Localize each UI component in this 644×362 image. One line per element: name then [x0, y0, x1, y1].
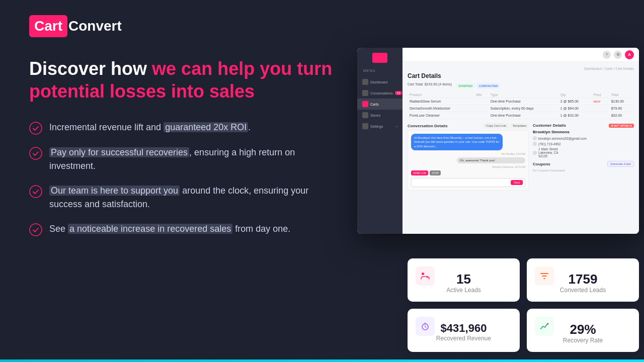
sidebar-item-stores[interactable]: Stores	[357, 110, 403, 121]
recovery-rate-number: 29%	[570, 323, 596, 336]
feature-text-1: Incremental revenue lift and guaranteed …	[49, 121, 251, 134]
table-row: RadiantGlow Serum One-time Purchase 2 @ …	[408, 98, 634, 105]
col-min: Min	[474, 92, 489, 98]
chat-timestamp-2: Brooklyn Simmons, 10:01 AM	[411, 165, 525, 168]
not-opted-badge: IS NOT OPTED IN	[609, 124, 634, 128]
coupons-title: Coupons Generate Code	[533, 161, 634, 167]
status-contacted-badge: CONTACTED	[476, 83, 500, 88]
customer-details-title: Customer Details IS NOT OPTED IN	[533, 123, 634, 128]
chat-timestamp-1: Kim Bradley, 9:54 AM	[411, 152, 525, 155]
feature-text-4: See a noticeable increase in recovered s…	[49, 222, 290, 236]
stat-card-recovery-rate: 29% Recovery Rate	[527, 309, 639, 352]
recovery-rate-label: Recovery Rate	[563, 337, 603, 344]
settings-icon	[362, 123, 368, 129]
customer-email: brooklyn.simmons53@gmail.com	[533, 136, 634, 140]
user-avatar[interactable]: A	[625, 50, 634, 59]
filter-icon	[539, 271, 549, 281]
check-icon-2	[29, 147, 42, 160]
topbar-btn-1[interactable]: ?	[603, 51, 611, 59]
headline-line1-white: Discover how	[29, 58, 152, 79]
svg-point-7	[424, 322, 426, 324]
check-icon-4	[29, 223, 42, 236]
feature-text-3: Our team is here to support you around t…	[49, 184, 341, 211]
db-main-content: ? ⚙ A Dashboard / Carts / Cart Details C…	[403, 48, 639, 234]
svg-rect-5	[426, 276, 428, 278]
svg-point-0	[30, 122, 42, 134]
stats-grid: 15 Active Leads 1759 Converted Leads	[408, 258, 639, 352]
settings-chevron: ›	[396, 125, 397, 128]
stat-card-revenue: $431,960 Recovered Revenue	[408, 309, 520, 352]
recovery-rate-icon-wrap	[535, 317, 554, 336]
svg-rect-4	[422, 273, 424, 275]
page-title: Cart Details	[408, 72, 634, 79]
chat-reply-bubble: Oh, awesome! Thank you!	[457, 157, 525, 163]
feature-highlight-4: a noticeable increase in recovered sales	[68, 224, 232, 234]
customer-address-text: 1 Main StreetLakeview, CA92135	[538, 147, 558, 158]
svg-point-2	[30, 186, 42, 198]
feature-text-2: Pay only for successful recoveries, ensu…	[49, 146, 341, 173]
logo-cart: Cart	[29, 15, 67, 37]
col-total: Total	[609, 92, 634, 98]
sidebar-item-carts[interactable]: Carts	[357, 99, 403, 110]
sidebar-stores-label: Stores	[370, 114, 380, 117]
table-row: PureLuxe Cleanser One-time Purchase 1 @ …	[408, 112, 634, 119]
col-price: Price	[591, 92, 609, 98]
table-row: DermaSmooth Moisturizer Subscription, ev…	[408, 105, 634, 112]
chat-area: Hi Brooklyn! Are here from Bloomify – a …	[408, 130, 529, 191]
sidebar-item-dashboard[interactable]: Dashboard	[357, 76, 403, 87]
phone-icon	[533, 142, 537, 146]
chart-icon	[539, 321, 549, 331]
svg-point-3	[30, 224, 42, 236]
cart-items-table: Product Min Type Qty Price Total Radiant…	[408, 92, 634, 119]
col-product: Product	[408, 92, 474, 98]
conv-title-text: Conversation Details	[408, 124, 448, 128]
dashboard-icon	[362, 79, 368, 85]
logo: Cart Convert	[29, 15, 341, 37]
feature-item-1: Incremental revenue lift and guaranteed …	[29, 121, 341, 135]
conversations-badge: 63	[395, 91, 403, 95]
coupons-section: Coupons Generate Code No Coupons Generat…	[533, 161, 634, 172]
sidebar-conversations-label: Conversations	[370, 92, 393, 95]
revenue-number: $431,960	[441, 323, 487, 334]
customer-phone: (781) 719-4962	[533, 142, 634, 146]
conversation-section: Conversation Details Copy Cart Link Temp…	[408, 123, 529, 191]
send-bar: Send	[411, 178, 525, 187]
svg-point-8	[547, 323, 549, 325]
sidebar-carts-label: Carts	[370, 103, 379, 106]
revenue-icon-wrap	[416, 317, 435, 336]
stat-card-converted-leads: 1759 Converted Leads	[527, 258, 639, 302]
customer-section: Customer Details IS NOT OPTED IN Brookly…	[533, 123, 634, 191]
send-link-btn[interactable]: SEND LINK	[411, 170, 428, 175]
breadcrumb: Dashboard / Carts / Cart Details	[408, 67, 634, 70]
cart-info: Cart Total: $243.90 (4 items)	[408, 82, 452, 86]
check-icon-1	[29, 122, 42, 135]
status-badges: STARTED CONTACTED	[456, 83, 500, 88]
generate-coupon-button[interactable]: Generate Code	[607, 161, 634, 167]
stat-card-active-leads: 15 Active Leads	[408, 258, 520, 302]
copy-link-button[interactable]: Copy Cart Link	[484, 123, 509, 128]
stop-btn[interactable]: STOP	[430, 170, 441, 175]
db-content-area: Dashboard / Carts / Cart Details Cart De…	[403, 62, 639, 196]
feature-highlight-3: Our team is here to support you	[49, 186, 180, 196]
templates-button[interactable]: Templates	[510, 123, 529, 128]
cust-title-text: Customer Details	[533, 123, 566, 128]
send-button[interactable]: Send	[511, 180, 523, 185]
dashboard-screenshot: MENU Dashboard Conversations 63 Carts St…	[357, 48, 639, 234]
topbar-btn-2[interactable]: ⚙	[614, 51, 622, 59]
col-qty: Qty	[558, 92, 592, 98]
feature-item-3: Our team is here to support you around t…	[29, 184, 341, 211]
detail-columns: Conversation Details Copy Cart Link Temp…	[408, 123, 634, 191]
no-coupons-text: No Coupons Generated	[533, 169, 634, 172]
active-leads-icon-wrap	[416, 266, 435, 286]
sidebar-item-settings[interactable]: Settings ›	[357, 121, 403, 132]
feature-highlight-2: Pay only for successful recoveries	[49, 147, 189, 157]
logo-convert: Convert	[68, 18, 122, 34]
active-leads-number: 15	[456, 273, 471, 286]
sidebar-item-conversations[interactable]: Conversations 63	[357, 87, 403, 99]
right-panel: MENU Dashboard Conversations 63 Carts St…	[352, 0, 644, 362]
customer-address: 1 Main StreetLakeview, CA92135	[533, 147, 634, 158]
chat-message-bubble: Hi Brooklyn! Are here from Bloomify – a …	[411, 134, 503, 150]
headline: Discover how we can help you turn potent…	[29, 57, 341, 103]
db-topbar: ? ⚙ A	[403, 48, 639, 62]
customer-name: Brooklyn Simmons	[533, 130, 634, 134]
